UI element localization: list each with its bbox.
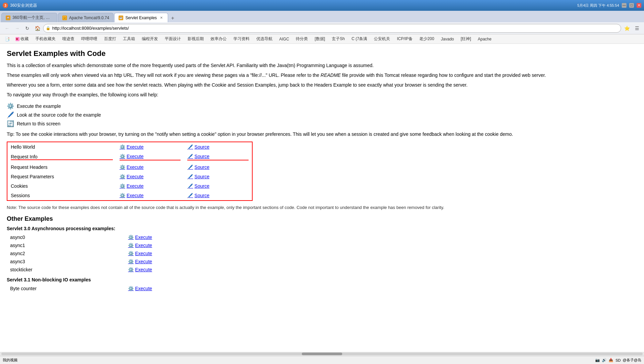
execute-link-async3[interactable]: ⚙️ Execute xyxy=(128,259,152,264)
horizontal-scrollbar[interactable] xyxy=(0,352,644,356)
close-button[interactable]: ✕ xyxy=(637,3,641,8)
extensions-button[interactable]: ⭐ xyxy=(622,24,631,33)
source-link-request-headers[interactable]: 🖊️ Source xyxy=(187,164,249,170)
execute-label-async1: Execute xyxy=(135,243,152,248)
source-label-cookies: Source xyxy=(194,183,209,189)
async-execute-0: ⚙️ Execute xyxy=(125,233,156,241)
source-link-request-info[interactable]: 🖊️ Source xyxy=(187,154,249,160)
home-button[interactable]: 🏠 xyxy=(33,24,42,33)
bookmark-apache-label: Apache xyxy=(478,37,491,41)
examples-table-inner: Hello World ⚙️ Execute 🖊️ Source xyxy=(7,142,252,200)
bookmark-c7-label: C (7条满 xyxy=(352,36,367,42)
bookmark-classify[interactable]: 待分类 xyxy=(293,35,311,43)
back-button[interactable]: ← xyxy=(3,24,11,33)
bookmark-data[interactable]: [数据] xyxy=(312,35,328,43)
execute-link-request-info[interactable]: ⚙️ Execute xyxy=(120,154,181,160)
example-name-request-headers: Request Headers xyxy=(7,162,116,172)
minimize-button[interactable]: — xyxy=(622,3,626,8)
bookmark-tools-label: 工具箱 xyxy=(123,36,135,42)
bookmark-mobile[interactable]: 手机收藏夹 xyxy=(33,35,58,43)
bookmark-aigc[interactable]: AIGC xyxy=(277,35,292,43)
title-bar-left: 3 360安全浏览器 xyxy=(3,3,575,8)
bookmark-video[interactable]: 影视后期 xyxy=(185,35,206,43)
source-link-hello-world[interactable]: 🖊️ Source xyxy=(187,144,249,150)
bookmark-baidu[interactable]: 百度打 xyxy=(101,35,119,43)
bookmark-nav[interactable]: 优选导航 xyxy=(254,35,275,43)
execute-icon-async0: ⚙️ xyxy=(128,235,134,240)
source-icon-request-headers: 🖊️ xyxy=(187,164,193,170)
tab-servlet-close-icon[interactable]: ✕ xyxy=(159,16,164,20)
menu-button[interactable]: ☰ xyxy=(633,24,641,33)
tab-tomcat-label: Apache Tomcat/9.0.74 xyxy=(69,16,109,20)
status-icon-2: 🔊 xyxy=(602,358,607,362)
maximize-button[interactable]: □ xyxy=(629,3,634,8)
execute-link-hello-world[interactable]: ⚙️ Execute xyxy=(120,144,181,150)
new-tab-button[interactable]: + xyxy=(169,14,177,22)
bookmark-police[interactable]: 公安机关 xyxy=(371,35,393,43)
source-link-request-params[interactable]: 🖊️ Source xyxy=(187,174,249,179)
async-table-inner: async0 ⚙️ Execute async1 xyxy=(7,233,156,274)
bookmark-bilibili[interactable]: 哔哩哔哩 xyxy=(78,35,100,43)
legend-return: 🔄 Return to this screen xyxy=(7,120,637,127)
bookmark-coding[interactable]: 编程开发 xyxy=(139,35,161,43)
execute-link-async2[interactable]: ⚙️ Execute xyxy=(128,251,152,256)
bookmark-favorites[interactable]: ★ 收藏 xyxy=(13,35,31,43)
description1: This is a collection of examples which d… xyxy=(7,62,637,69)
async-execute-3: ⚙️ Execute xyxy=(125,257,156,266)
browser-window: 3 360安全浏览器 5月4日 周四 下午 4:55:54 — □ ✕ 🏠 36… xyxy=(0,0,644,364)
bookmark-lsh[interactable]: 老少200 xyxy=(417,35,437,43)
refresh-button[interactable]: ↻ xyxy=(23,24,32,33)
source-link-sessions[interactable]: 🖊️ Source xyxy=(187,193,249,198)
execute-link-cookies[interactable]: ⚙️ Execute xyxy=(120,183,181,189)
bookmark-javado[interactable]: Javado xyxy=(438,35,457,43)
bookmark-office[interactable]: 效率办公 xyxy=(208,35,229,43)
execute-link-async0[interactable]: ⚙️ Execute xyxy=(128,235,152,240)
source-label-request-info: Source xyxy=(194,154,209,159)
source-label-sessions: Source xyxy=(194,193,209,198)
tab-home[interactable]: 🏠 360导航一个主页, 整个世界 xyxy=(1,13,57,22)
bookmark-xuanzi[interactable]: 玄子Sh xyxy=(329,35,348,43)
bookmark-apache[interactable]: Apache xyxy=(475,35,494,43)
bookmark-kuangshen[interactable]: [狂神] xyxy=(458,35,474,43)
async-name-stockticker: stockticker xyxy=(7,266,125,274)
example-source-sessions: 🖊️ Source xyxy=(184,191,252,200)
example-name-cookies: Cookies xyxy=(7,181,116,191)
tab-servlet[interactable]: ☕ Servlet Examples ✕ xyxy=(114,13,168,22)
execute-label-bytecounter: Execute xyxy=(135,286,152,291)
bookmark-coding-label: 编程开发 xyxy=(142,36,158,42)
execute-link-sessions[interactable]: ⚙️ Execute xyxy=(120,193,181,198)
bookmark-tools[interactable]: 工具箱 xyxy=(120,35,138,43)
bookmark-design[interactable]: 平面设计 xyxy=(162,35,184,43)
status-icon-1: 📷 xyxy=(595,358,600,362)
async-execute-stockticker: ⚙️ Execute xyxy=(125,266,156,274)
bookmark-study[interactable]: 学习资料 xyxy=(231,35,252,43)
execute-link-async1[interactable]: ⚙️ Execute xyxy=(128,243,152,248)
address-input[interactable] xyxy=(43,24,621,33)
execute-link-request-params[interactable]: ⚙️ Execute xyxy=(120,174,181,179)
execute-label-async2: Execute xyxy=(135,251,152,256)
execute-label-sessions: Execute xyxy=(127,193,144,198)
scrollbar-thumb[interactable] xyxy=(302,353,342,355)
execute-link-bytecounter[interactable]: ⚙️ Execute xyxy=(128,286,152,291)
bookmark-video-label: 影视后期 xyxy=(188,36,204,42)
note-text: Note: The source code for these examples… xyxy=(7,205,637,210)
bookmarks-toggle[interactable]: 📑 xyxy=(3,35,11,43)
execute-link-request-headers[interactable]: ⚙️ Execute xyxy=(120,164,181,170)
tab-tomcat[interactable]: 🐱 Apache Tomcat/9.0.74 xyxy=(58,13,114,22)
execute-icon-request-info: ⚙️ xyxy=(120,154,125,159)
browser-logo-icon: 3 xyxy=(3,3,8,8)
description3: Wherever you see a form, enter some data… xyxy=(7,82,637,89)
execute-icon-cookies: ⚙️ xyxy=(120,183,125,189)
example-execute-request-params: ⚙️ Execute xyxy=(116,172,184,181)
bookmark-icp[interactable]: ICP/IP备 xyxy=(394,35,415,43)
source-link-cookies[interactable]: 🖊️ Source xyxy=(187,183,249,189)
bookmark-nav-label: 优选导航 xyxy=(256,36,272,42)
bookmark-soujizha[interactable]: 嗖迹查 xyxy=(60,35,77,43)
async-execute-2: ⚙️ Execute xyxy=(125,249,156,257)
table-row: async2 ⚙️ Execute xyxy=(7,249,156,257)
bookmark-c7[interactable]: C (7条满 xyxy=(349,35,370,43)
execute-link-stockticker[interactable]: ⚙️ Execute xyxy=(128,267,152,272)
forward-button[interactable]: → xyxy=(13,24,22,33)
legend-source: 🖊️ Look at the source code for the examp… xyxy=(7,111,637,119)
source-legend-icon: 🖊️ xyxy=(7,111,14,119)
